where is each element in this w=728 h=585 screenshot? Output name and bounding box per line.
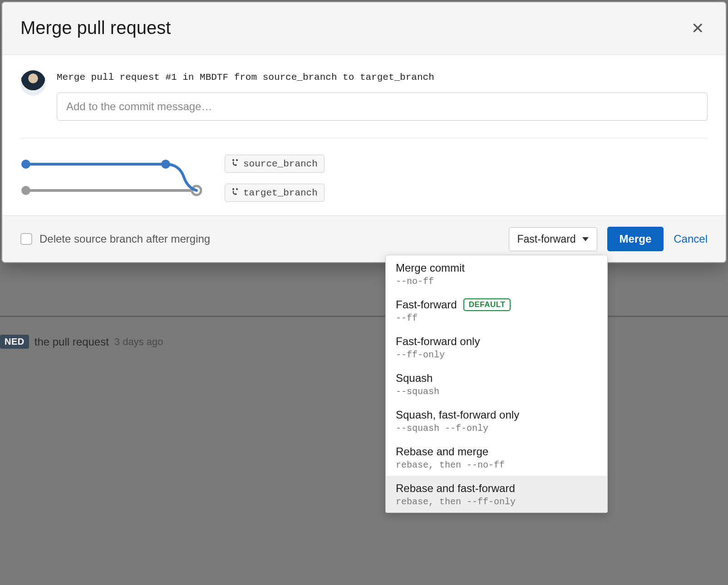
delete-branch-label: Delete source branch after merging xyxy=(39,233,210,245)
merge-strategy-selected: Fast-forward xyxy=(517,233,576,245)
target-branch-label: target_branch xyxy=(225,184,325,202)
status-badge: NED xyxy=(0,335,29,349)
option-subtitle: --ff-only xyxy=(396,350,597,360)
option-subtitle: --squash xyxy=(396,386,597,397)
activity-text: the pull request xyxy=(34,336,109,348)
option-title: Rebase and merge xyxy=(396,445,488,458)
branch-graph xyxy=(20,158,202,199)
divider xyxy=(20,138,708,138)
option-title: Fast-forward only xyxy=(396,335,480,348)
commit-message-input[interactable] xyxy=(57,93,708,121)
merge-strategy-option[interactable]: Rebase and fast-forwardrebase, then --ff… xyxy=(386,476,607,512)
delete-branch-checkbox[interactable] xyxy=(20,233,32,245)
close-icon[interactable]: ✕ xyxy=(688,19,708,38)
branch-icon xyxy=(231,158,239,170)
dialog-footer: Delete source branch after merging Fast-… xyxy=(2,215,726,262)
dialog-body: Merge pull request #1 in MBDTF from sour… xyxy=(2,55,726,215)
option-title: Rebase and fast-forward xyxy=(396,482,515,495)
merge-strategy-option[interactable]: Merge commit--no-ff xyxy=(386,255,607,292)
option-subtitle: --ff xyxy=(396,313,597,323)
merge-button[interactable]: Merge xyxy=(607,227,664,251)
merge-strategy-dropdown[interactable]: Fast-forward xyxy=(509,227,597,251)
commit-message-text: Merge pull request #1 in MBDTF from sour… xyxy=(57,72,708,83)
default-badge: DEFAULT xyxy=(463,298,511,311)
source-branch-label: source_branch xyxy=(225,155,325,173)
merge-strategy-option[interactable]: Rebase and mergerebase, then --no-ff xyxy=(386,439,607,476)
option-subtitle: rebase, then --ff-only xyxy=(396,497,597,507)
background-activity-row: NED the pull request 3 days ago xyxy=(0,335,163,349)
merge-strategy-option[interactable]: Fast-forwardDEFAULT--ff xyxy=(386,292,607,329)
merge-strategy-option[interactable]: Squash--squash xyxy=(386,366,607,402)
option-title: Merge commit xyxy=(396,262,465,274)
dialog-header: Merge pull request ✕ xyxy=(2,2,726,55)
option-title: Squash, fast-forward only xyxy=(396,409,519,421)
svg-point-4 xyxy=(161,160,170,169)
target-branch-name: target_branch xyxy=(243,188,318,198)
avatar xyxy=(20,70,46,96)
merge-dialog: Merge pull request ✕ Merge pull request … xyxy=(1,1,727,263)
branch-visualization: source_branch target_branch xyxy=(20,155,708,202)
merge-strategy-option[interactable]: Squash, fast-forward only--squash --f-on… xyxy=(386,402,607,439)
option-title: Fast-forward xyxy=(396,298,457,311)
branch-icon xyxy=(231,187,239,199)
merge-strategy-menu: Merge commit--no-ffFast-forwardDEFAULT--… xyxy=(385,255,608,513)
svg-point-3 xyxy=(21,160,30,169)
chevron-down-icon xyxy=(582,237,589,241)
option-title: Squash xyxy=(396,372,433,385)
merge-strategy-option[interactable]: Fast-forward only--ff-only xyxy=(386,329,607,366)
option-subtitle: rebase, then --no-ff xyxy=(396,460,597,470)
source-branch-name: source_branch xyxy=(243,159,318,169)
background-divider xyxy=(0,316,728,317)
cancel-link[interactable]: Cancel xyxy=(674,233,708,245)
option-subtitle: --no-ff xyxy=(396,276,597,287)
dialog-title: Merge pull request xyxy=(20,18,171,38)
option-subtitle: --squash --f-only xyxy=(396,423,597,434)
svg-point-1 xyxy=(21,186,30,195)
activity-time: 3 days ago xyxy=(114,336,163,348)
